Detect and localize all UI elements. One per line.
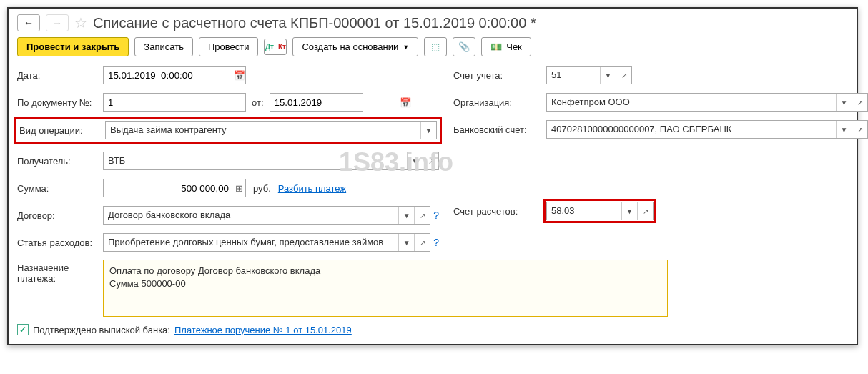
docdate-input[interactable] bbox=[270, 94, 400, 111]
currency-label: руб. bbox=[253, 183, 271, 194]
open-icon[interactable]: ↗ bbox=[423, 152, 438, 169]
save-button[interactable]: Записать bbox=[134, 37, 193, 56]
settleacc-label: Счет расчетов: bbox=[453, 206, 546, 217]
date-input[interactable] bbox=[104, 67, 233, 84]
help-icon[interactable]: ? bbox=[433, 210, 439, 221]
payment-order-link[interactable]: Платежное поручение № 1 от 15.01.2019 bbox=[174, 325, 352, 335]
open-icon[interactable]: ↗ bbox=[414, 234, 430, 251]
recipient-label: Получатель: bbox=[17, 156, 103, 167]
check-button[interactable]: 💵 Чек bbox=[481, 37, 531, 56]
date-label: Дата: bbox=[17, 70, 103, 81]
receipt-icon: 💵 bbox=[490, 41, 502, 52]
chevron-down-icon[interactable]: ▼ bbox=[398, 207, 414, 224]
open-icon[interactable]: ↗ bbox=[852, 94, 867, 111]
purpose-label: Назначение платежа: bbox=[17, 260, 103, 284]
open-icon[interactable]: ↗ bbox=[616, 67, 631, 84]
optype-label: Вид операции: bbox=[19, 125, 105, 136]
chevron-down-icon[interactable]: ▼ bbox=[836, 121, 852, 138]
contract-select[interactable]: Договор банковского вклада ▼ ↗ bbox=[103, 206, 430, 225]
sum-input[interactable] bbox=[104, 179, 233, 197]
org-select[interactable]: Конфетпром ООО ▼ ↗ bbox=[546, 93, 868, 112]
account-select[interactable]: 51 ▼ ↗ bbox=[546, 66, 632, 84]
chevron-down-icon[interactable]: ▼ bbox=[398, 234, 414, 251]
back-button[interactable]: ← bbox=[17, 14, 40, 31]
calendar-icon[interactable]: 📅 bbox=[233, 67, 245, 84]
forward-button[interactable]: → bbox=[46, 14, 69, 31]
docnum-input[interactable] bbox=[103, 93, 246, 112]
calendar-icon[interactable]: 📅 bbox=[400, 94, 411, 111]
confirmed-label: Подтверждено выпиской банка: bbox=[33, 325, 170, 335]
open-icon[interactable]: ↗ bbox=[637, 202, 653, 220]
expense-select[interactable]: Приобретение долговых ценных бумаг, пред… bbox=[103, 233, 430, 252]
recipient-select[interactable]: ВТБ ▼ ↗ bbox=[103, 152, 439, 170]
post-close-button[interactable]: Провести и закрыть bbox=[17, 37, 129, 56]
open-icon[interactable]: ↗ bbox=[852, 121, 867, 138]
help-icon[interactable]: ? bbox=[433, 237, 439, 248]
bankacc-select[interactable]: 40702810000000000007, ПАО СБЕРБАНК ▼ ↗ bbox=[546, 120, 868, 139]
split-link[interactable]: Разбить платеж bbox=[278, 183, 346, 194]
org-label: Организация: bbox=[453, 97, 546, 108]
settleacc-select[interactable]: 58.03 ▼ ↗ bbox=[546, 202, 654, 220]
create-based-button[interactable]: Создать на основании ▼ bbox=[292, 37, 418, 56]
page-title: Списание с расчетного счета КПБП-000001 … bbox=[93, 15, 536, 31]
sum-label: Сумма: bbox=[17, 183, 103, 194]
structure-button[interactable]: ⬚ bbox=[424, 37, 447, 56]
post-button[interactable]: Провести bbox=[199, 37, 259, 56]
docnum-label: По документу №: bbox=[17, 97, 103, 108]
calc-icon[interactable]: ⊞ bbox=[233, 179, 245, 197]
from-label: от: bbox=[252, 97, 264, 108]
chevron-down-icon[interactable]: ▼ bbox=[600, 67, 616, 84]
expense-label: Статья расходов: bbox=[17, 237, 103, 248]
chevron-down-icon[interactable]: ▼ bbox=[407, 152, 423, 169]
chevron-down-icon[interactable]: ▼ bbox=[621, 202, 637, 220]
favorite-icon[interactable]: ☆ bbox=[74, 14, 87, 31]
chevron-down-icon: ▼ bbox=[403, 44, 409, 51]
optype-select[interactable]: Выдача займа контрагенту ▼ bbox=[105, 121, 437, 139]
purpose-textarea[interactable]: Оплата по договору Договор банковского в… bbox=[103, 260, 668, 317]
open-icon[interactable]: ↗ bbox=[414, 207, 430, 224]
bankacc-label: Банковский счет: bbox=[453, 124, 546, 135]
account-label: Счет учета: bbox=[453, 70, 546, 81]
confirmed-checkbox[interactable]: ✓ bbox=[17, 324, 29, 335]
attach-button[interactable]: 📎 bbox=[453, 37, 475, 56]
dtkt-button[interactable]: ДтКт bbox=[264, 39, 287, 55]
contract-label: Договор: bbox=[17, 210, 103, 221]
chevron-down-icon[interactable]: ▼ bbox=[836, 94, 852, 111]
chevron-down-icon[interactable]: ▼ bbox=[420, 122, 436, 139]
